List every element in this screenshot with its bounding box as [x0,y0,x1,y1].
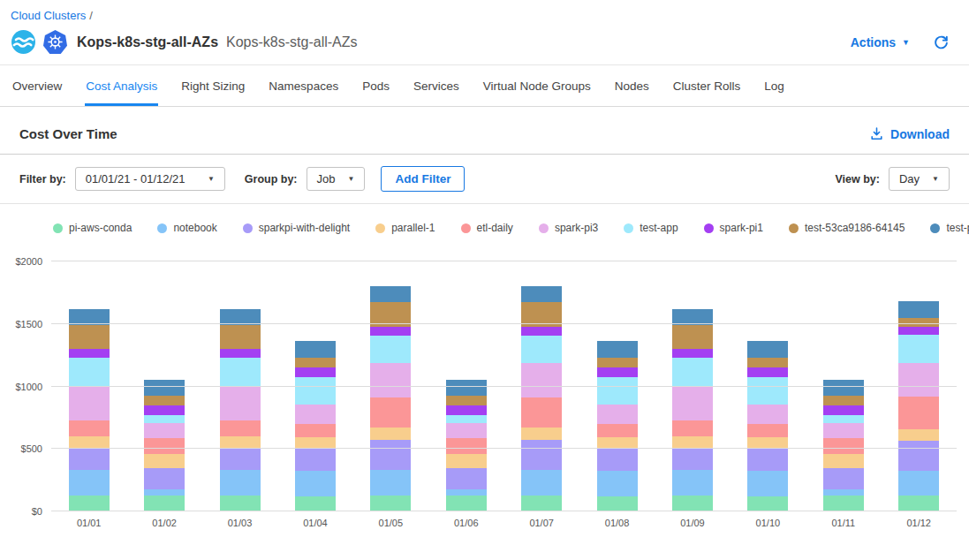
tab-pods[interactable]: Pods [361,67,390,106]
legend-label: spark-pi3 [555,222,598,234]
bar-segment-spark-pi1 [672,349,713,358]
legend-dot-icon [53,223,63,233]
filter-bar: Filter by: 01/01/21 - 01/12/21 ▼ Group b… [0,155,969,203]
legend-label: sparkpi-with-delight [259,222,350,234]
header-divider [0,64,969,65]
bar-segment-spark-pi3 [521,363,562,397]
legend-label: notebook [173,222,216,234]
bar-segment-parallel-1 [672,436,713,448]
bar-segment-spark-pi1 [521,327,562,336]
bar-segment-parallel-1 [446,454,487,468]
actions-button[interactable]: Actions ▼ [851,35,910,49]
group-by-label: Group by: [245,173,298,185]
x-axis-tick: 01/01 [69,518,110,528]
legend-dot-icon [624,223,633,233]
tab-overview[interactable]: Overview [11,67,63,106]
bar-segment-test-app [370,336,411,364]
legend-item-parallel-1[interactable]: parallel-1 [375,222,435,234]
bar-01-05 [370,286,411,511]
bar-segment-test-app [521,336,562,364]
y-axis-tick: $0 [9,506,42,517]
bar-segment-spark-pi3 [747,405,788,424]
bar-segment-etl-daily [597,424,638,437]
bar-segment-parallel-1 [597,437,638,449]
bar-segment-sparkpi-with-delight [521,440,562,470]
legend-item-spark-pi3[interactable]: spark-pi3 [539,222,598,234]
x-axis-tick: 01/12 [898,518,939,528]
download-button[interactable]: Download [869,126,950,141]
bar-segment-test-53ca9186-64145 [747,358,788,367]
legend-label: parallel-1 [391,222,435,234]
bar-01-08 [597,341,638,511]
filter-by-label: Filter by: [19,173,66,185]
breadcrumb-link[interactable]: Cloud Clusters [11,9,86,22]
bar-segment-spark-pi3 [220,387,261,421]
bar-segment-sparkpi-with-delight [672,449,713,471]
view-by-select[interactable]: Day ▼ [889,167,950,191]
chart-x-axis: 01/0101/0201/0301/0401/0501/0601/0701/08… [51,518,957,528]
bar-segment-notebook [446,489,487,496]
bar-segment-pi-aws-conda [69,496,110,511]
date-range-select[interactable]: 01/01/21 - 01/12/21 ▼ [75,167,225,191]
bar-segment-etl-daily [220,420,261,436]
tab-cluster-rolls[interactable]: Cluster Rolls [672,67,742,106]
bar-segment-test-app [295,377,336,405]
tab-nodes[interactable]: Nodes [614,67,650,106]
bar-segment-pi-aws-conda [295,496,336,511]
legend-label: test-app [640,222,678,234]
bar-segment-etl-daily [370,397,411,428]
legend-dot-icon [704,223,714,233]
legend-item-notebook[interactable]: notebook [157,222,216,234]
bar-segment-parallel-1 [823,454,864,468]
tab-virtual-node-groups[interactable]: Virtual Node Groups [482,67,592,106]
tab-cost-analysis[interactable]: Cost Analysis [85,67,158,106]
legend-item-etl-daily[interactable]: etl-daily [461,222,513,234]
legend-item-sparkpi-with-delight[interactable]: sparkpi-with-delight [243,222,350,234]
bar-segment-sparkpi-with-delight [597,449,638,471]
y-axis-tick: $1500 [9,319,42,329]
bar-segment-sparkpi-with-delight [823,468,864,490]
gridline [51,323,957,324]
bar-01-01 [69,309,110,511]
legend-item-pi-aws-conda[interactable]: pi-aws-conda [53,222,132,234]
bar-segment-etl-daily [69,420,110,436]
legend-item-test-app[interactable]: test-app [624,222,678,234]
add-filter-button[interactable]: Add Filter [381,166,465,192]
x-axis-tick: 01/04 [295,518,336,528]
group-by-select[interactable]: Job ▼ [307,167,366,191]
bar-segment-etl-daily [823,438,864,454]
bar-segment-test-pkix [446,380,487,396]
bar-segment-test-app [220,358,261,387]
bar-segment-spark-pi1 [823,405,864,415]
tab-right-sizing[interactable]: Right Sizing [180,67,246,106]
bar-segment-sparkpi-with-delight [446,468,487,490]
legend-item-test-53ca9186-64145[interactable]: test-53ca9186-64145 [789,222,905,234]
tab-log[interactable]: Log [763,67,785,106]
x-axis-tick: 01/07 [521,518,562,528]
legend-dot-icon [789,223,799,233]
legend-item-test-pkix[interactable]: test-pkix [930,222,969,234]
tab-namespaces[interactable]: Namespaces [268,67,339,106]
refresh-icon[interactable] [933,34,950,50]
chart-bars [51,261,957,511]
legend-label: test-pkix [946,222,969,234]
bar-segment-notebook [295,471,336,496]
bar-segment-test-app [446,415,487,422]
y-axis-tick: $2000 [9,256,42,267]
legend-dot-icon [539,223,549,233]
legend-dot-icon [157,223,167,233]
legend-dot-icon [930,223,940,233]
legend-item-spark-pi1[interactable]: spark-pi1 [704,222,763,234]
bar-segment-pi-aws-conda [597,496,638,511]
bar-segment-sparkpi-with-delight [144,468,185,490]
bar-segment-spark-pi3 [898,363,939,396]
chevron-down-icon: ▼ [902,38,910,47]
x-axis-tick: 01/05 [370,518,411,528]
bar-segment-pi-aws-conda [144,496,185,511]
bar-segment-spark-pi3 [446,423,487,438]
tab-services[interactable]: Services [413,67,460,106]
bar-segment-test-pkix [295,341,336,358]
bar-segment-notebook [898,471,939,496]
chevron-down-icon: ▼ [208,175,215,183]
bar-segment-sparkpi-with-delight [69,449,110,471]
